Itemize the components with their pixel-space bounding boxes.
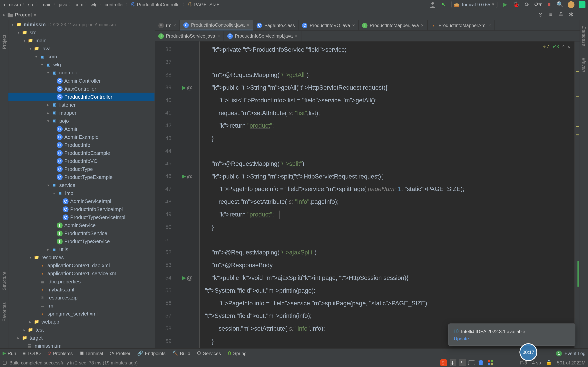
coverage-icon[interactable]: ⟳ (524, 1, 531, 8)
tab-productinfoserviceimpl[interactable]: CProductInfoServiceImpl.java× (224, 31, 302, 41)
run-config-selector[interactable]: Tomcat 9.0.65 ▾ (451, 1, 497, 8)
bc-1[interactable]: src (28, 2, 34, 7)
left-tab-structure[interactable]: Structure (0, 270, 8, 292)
tt-endpoints[interactable]: 🔗Endpoints (137, 350, 166, 356)
tree-impl-1[interactable]: CProductInfoServiceImpl (9, 205, 155, 213)
tree-pojo-0[interactable]: CAdmin (9, 125, 155, 133)
close-icon[interactable]: × (421, 23, 424, 28)
error-stripe[interactable] (574, 42, 579, 348)
tree-pojo-4[interactable]: CProductInfoVO (9, 157, 155, 165)
tree-pojo-1[interactable]: CAdminExample (9, 133, 155, 141)
tree-pojo-3[interactable]: CProductInfoExample (9, 149, 155, 157)
tray-kbd-icon[interactable] (468, 359, 475, 366)
tree-listener[interactable]: ▸▣listener (9, 100, 155, 109)
tab-productinfoservice[interactable]: IProductInfoService.java× (155, 31, 224, 41)
tree-res-5[interactable]: ▭rm (9, 301, 155, 309)
close-icon[interactable]: × (295, 33, 298, 39)
close-icon[interactable]: × (352, 23, 355, 28)
tree-res-2[interactable]: ▤jdbc.properties (9, 277, 155, 285)
tree-res-6[interactable]: ⬧springmvc_servlet.xml (9, 309, 155, 317)
tree-pojo-2[interactable]: CProductInfo (9, 141, 155, 149)
bc-3[interactable]: java (59, 2, 67, 7)
close-icon[interactable]: × (217, 33, 220, 39)
hide-icon[interactable]: — (578, 11, 585, 18)
tray-shirt-icon[interactable] (477, 359, 484, 366)
left-tab-favorites[interactable]: Favorites (0, 300, 8, 323)
tree-iml[interactable]: ▤mimissm.iml (9, 342, 155, 348)
tree-wlg[interactable]: ▾▣wlg (9, 60, 155, 68)
inspection-widget[interactable]: ⚠7 ✔3 ^v (542, 44, 570, 50)
run-icon[interactable]: ▶ (502, 1, 509, 8)
tree-impl-0[interactable]: CAdminServiceImpl (9, 197, 155, 205)
tt-run[interactable]: ▶Run (2, 350, 16, 356)
tt-build[interactable]: 🔨Build (172, 350, 190, 356)
status-icon[interactable]: ▢ (2, 360, 7, 365)
bc-4[interactable]: com (75, 2, 83, 7)
select-open-icon[interactable]: ⊙ (537, 11, 544, 18)
hammer-icon[interactable]: ↖ (440, 1, 447, 8)
tree-src[interactable]: ▾📁src (9, 28, 155, 36)
sb-mem[interactable]: 501 of 2022M (557, 360, 586, 365)
tab-productinfomapper-java[interactable]: IProductInfoMapper.java× (359, 20, 427, 31)
tab-productinfovo[interactable]: CProductInfoVO.java× (299, 20, 359, 31)
tree-utils[interactable]: ▸▣utils (9, 245, 155, 253)
tt-spring[interactable]: ✿Spring (228, 350, 247, 356)
tt-terminal[interactable]: ▣Terminal (79, 350, 103, 356)
tree-pojo-5[interactable]: CProductType (9, 165, 155, 173)
tree-productinfocontroller[interactable]: CProductInfoController (9, 92, 155, 100)
tree-service[interactable]: ▾▣service (9, 181, 155, 189)
collapse-icon[interactable]: ≚ (558, 11, 564, 18)
tree-controller[interactable]: ▾▣controller (9, 68, 155, 76)
bc-0[interactable]: mimissm (2, 2, 21, 7)
tree-admincontroller[interactable]: CAdminController (9, 76, 155, 84)
tray-ime-icon[interactable]: 中 (450, 359, 457, 366)
tree-target[interactable]: ▸📁target (9, 334, 155, 342)
sync-icon[interactable]: ⟳▾ (535, 1, 542, 8)
tree-res-0[interactable]: ⬧applicationContext_dao.xml (9, 261, 155, 269)
code-area[interactable]: 3637383940414243444546474849505152535455… (155, 42, 579, 348)
tree-res-1[interactable]: ⬧applicationContext_service.xml (9, 269, 155, 277)
bc-2[interactable]: main (42, 2, 52, 7)
tree-svc-1[interactable]: IProductInfoService (9, 229, 155, 237)
tab-rm[interactable]: ≡rm× (155, 20, 180, 31)
bc-7[interactable]: ProductInfoController (137, 2, 181, 7)
tree-pojo[interactable]: ▾▣pojo (9, 117, 155, 125)
project-tree[interactable]: ▾📁mimissmD:\22-23-1\ssm-prj-one\mimissm … (9, 20, 155, 348)
tree-res-4[interactable]: 🗎resources.zip (9, 293, 155, 301)
tray-sogou-icon[interactable]: S (440, 359, 447, 366)
tab-productinfomapper-xml[interactable]: ⬧ProductInfoMapper.xml× (427, 20, 495, 31)
update-link[interactable]: Update... (454, 336, 570, 341)
tab-pageinfo[interactable]: CPageInfo.class (253, 20, 299, 31)
tree-impl-2[interactable]: CProductTypeServiceImpl (9, 213, 155, 221)
tree-main[interactable]: ▾📁main (9, 36, 155, 44)
tree-test[interactable]: ▸📁test (9, 325, 155, 334)
avatar-icon[interactable] (568, 1, 575, 8)
close-icon[interactable]: × (173, 23, 176, 28)
left-tab-project[interactable]: Project (0, 33, 8, 51)
bc-6[interactable]: controller (105, 2, 124, 7)
tt-profiler[interactable]: ◔Profiler (110, 350, 130, 356)
tree-com[interactable]: ▾▣com (9, 52, 155, 60)
tree-impl[interactable]: ▾▣impl (9, 189, 155, 197)
tree-svc-2[interactable]: IProductTypeService (9, 237, 155, 245)
right-tab-maven[interactable]: Maven (580, 56, 588, 74)
sb-lock-icon[interactable]: 🔒 (546, 360, 552, 365)
code-body[interactable]: "k">private "t">ProductInfoService "fiel… (200, 42, 575, 348)
tree-res-3[interactable]: ⬧mybatis.xml (9, 285, 155, 293)
gutter-run-54[interactable]: ▶@ (175, 271, 199, 284)
tree-webapp[interactable]: ▸📁webapp (9, 317, 155, 325)
tt-todo[interactable]: ≡TODO (23, 351, 41, 356)
close-icon[interactable]: × (247, 22, 250, 27)
close-icon[interactable]: × (489, 23, 491, 28)
tree-mapper[interactable]: ▸▣mapper (9, 109, 155, 117)
ide-logo-icon[interactable] (579, 1, 586, 8)
bc-5[interactable]: wlg (91, 2, 98, 7)
user-icon[interactable] (429, 1, 436, 8)
debug-icon[interactable]: 🐞 (513, 1, 519, 8)
search-icon[interactable]: 🔍 (557, 1, 563, 8)
tree-pojo-6[interactable]: CProductTypeExample (9, 173, 155, 181)
right-tab-database[interactable]: Database (580, 25, 588, 48)
tray-grid-icon[interactable] (487, 359, 494, 366)
event-log-button[interactable]: Event Log (564, 351, 586, 356)
tree-resources[interactable]: ▾📁resources (9, 253, 155, 261)
